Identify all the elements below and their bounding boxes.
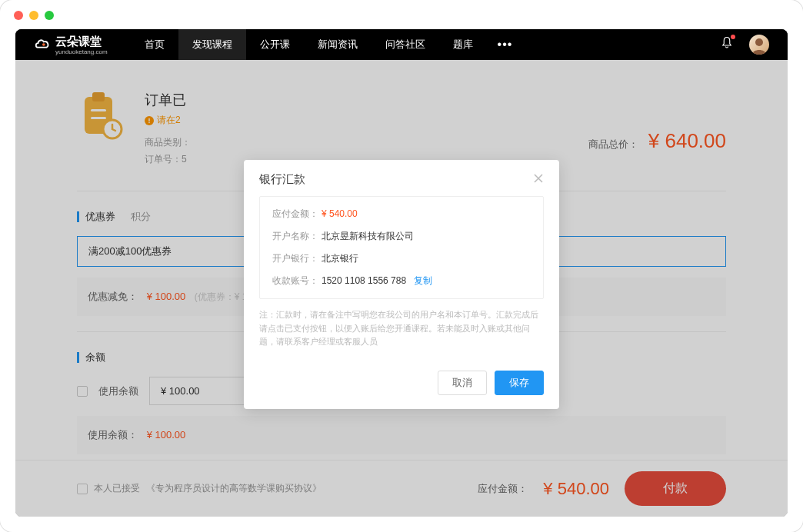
nav-news[interactable]: 新闻资讯 — [304, 29, 372, 60]
nav-public[interactable]: 公开课 — [246, 29, 304, 60]
nav-more[interactable]: ••• — [487, 29, 524, 60]
modal-overlay[interactable]: 银行汇款 应付金额： ¥ 540.00 开户名称： — [15, 60, 788, 517]
account-name-value: 北京昱新科技有限公司 — [322, 230, 414, 243]
save-button[interactable]: 保存 — [495, 371, 544, 395]
modal-close-button[interactable] — [533, 173, 544, 187]
account-no-value: 1520 1108 1556 788 — [322, 275, 406, 286]
nav-bank[interactable]: 题库 — [439, 29, 487, 60]
logo-text: 云朵课堂 — [55, 35, 102, 48]
bank-value: 北京银行 — [322, 252, 358, 265]
svg-point-0 — [42, 43, 45, 46]
nav-home[interactable]: 首页 — [131, 29, 178, 60]
modal-note: 注：汇款时，请在备注中写明您在我公司的用户名和本订单号。汇款完成后请点击已支付按… — [259, 308, 544, 349]
bank-info-box: 应付金额： ¥ 540.00 开户名称： 北京昱新科技有限公司 开户银行： 北京… — [259, 196, 544, 299]
bank-transfer-modal: 银行汇款 应付金额： ¥ 540.00 开户名称： — [244, 160, 559, 409]
avatar[interactable] — [749, 35, 769, 55]
window-minimize[interactable] — [29, 11, 38, 20]
avatar-icon — [749, 35, 769, 55]
bank-label: 开户银行： — [272, 252, 322, 265]
modal-amount-value: ¥ 540.00 — [322, 208, 358, 219]
window-close[interactable] — [14, 11, 23, 20]
copy-button[interactable]: 复制 — [414, 274, 432, 288]
modal-amount-label: 应付金额： — [272, 208, 322, 221]
logo-domain: yunduoketang.com — [55, 49, 108, 55]
nav-qa[interactable]: 问答社区 — [372, 29, 439, 60]
notifications-button[interactable] — [720, 36, 734, 53]
modal-title: 银行汇款 — [259, 172, 305, 187]
close-icon — [533, 173, 544, 184]
topbar: 云朵课堂 yunduoketang.com 首页 发现课程 公开课 新闻资讯 问… — [15, 29, 788, 60]
account-name-label: 开户名称： — [272, 230, 322, 243]
logo[interactable]: 云朵课堂 yunduoketang.com — [34, 35, 108, 55]
main-nav: 首页 发现课程 公开课 新闻资讯 问答社区 题库 ••• — [131, 29, 524, 60]
cancel-button[interactable]: 取消 — [438, 371, 487, 395]
svg-point-1 — [755, 38, 763, 46]
window-maximize[interactable] — [45, 11, 54, 20]
account-no-label: 收款账号： — [272, 274, 322, 288]
nav-discover[interactable]: 发现课程 — [178, 29, 246, 60]
notification-dot — [731, 35, 735, 39]
cloud-logo-icon — [34, 36, 51, 53]
